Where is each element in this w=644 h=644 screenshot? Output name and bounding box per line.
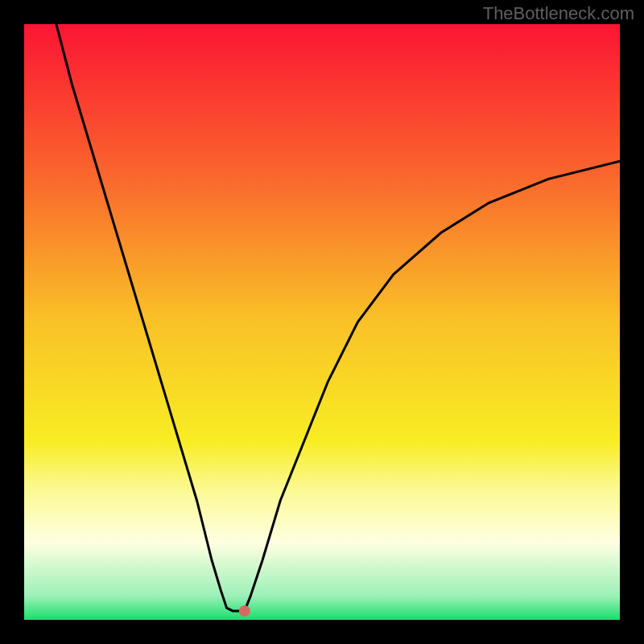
chart-frame: TheBottleneck.com	[0, 0, 644, 644]
chart-background	[24, 24, 620, 620]
watermark-text: TheBottleneck.com	[483, 3, 634, 24]
bottleneck-chart	[24, 24, 620, 620]
optimal-point-marker	[239, 605, 250, 617]
